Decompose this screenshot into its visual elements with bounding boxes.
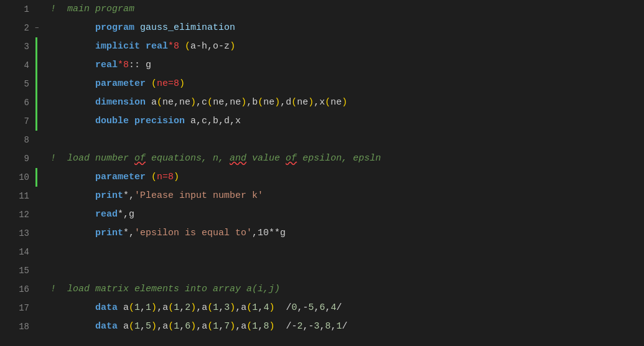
ind-5 [34, 75, 45, 93]
ind-18 [34, 317, 45, 336]
ind-3 [34, 37, 45, 56]
code-line-11: print*,'Please input number k' [50, 187, 644, 205]
code-line-8 [50, 131, 644, 149]
ln-4: 4 [0, 56, 29, 75]
ln-5: 5 [0, 75, 29, 93]
ind-16 [34, 280, 45, 299]
ln-7: 7 [0, 112, 29, 131]
ln-12: 12 [0, 205, 29, 224]
ln-9: 9 [0, 149, 29, 168]
code-line-13: print*,'epsilon is equal to',10**g [50, 224, 644, 243]
ind-14 [34, 243, 45, 261]
code-line-1: ! main program [50, 0, 644, 19]
code-line-6: dimension a(ne,ne),c(ne,ne),b(ne),d(ne),… [50, 93, 644, 112]
code-line-9: ! load number of equations, n, and value… [50, 149, 644, 168]
code-line-3: implicit real*8 (a-h,o-z) [50, 37, 644, 56]
code-line-12: read*,g [50, 205, 644, 224]
ind-10 [34, 168, 45, 187]
code-content: ! main program program gauss_elimination… [45, 0, 644, 346]
code-line-2: program gauss_elimination [50, 19, 644, 37]
ln-13: 13 [0, 224, 29, 243]
ind-15 [34, 261, 45, 280]
ln-15: 15 [0, 261, 29, 280]
ind-7 [34, 112, 45, 131]
comment-9: ! load number [50, 149, 134, 168]
code-line-10: parameter (n=8) [50, 168, 644, 187]
collapse-icon-2[interactable]: − [35, 19, 39, 37]
ind-8 [34, 131, 45, 149]
ind-4 [34, 56, 45, 75]
ind-9 [34, 149, 45, 168]
ind-13 [34, 224, 45, 243]
code-line-5: parameter (ne=8) [50, 75, 644, 93]
comment-16: ! load matrix elements into array a(i,j) [50, 280, 280, 299]
ind-17 [34, 299, 45, 317]
ln-2: 2 [0, 19, 29, 37]
code-line-4: real*8:: g [50, 56, 644, 75]
code-line-14 [50, 243, 644, 261]
ln-18: 18 [0, 317, 29, 336]
ln-14: 14 [0, 243, 29, 261]
ind-11 [34, 187, 45, 205]
ind-6 [34, 93, 45, 112]
comment-1: ! main program [50, 0, 134, 19]
code-line-18: data a(1,5),a(1,6),a(1,7),a(1,8) /-2,-3,… [50, 317, 644, 336]
ln-11: 11 [0, 187, 29, 205]
ind-12 [34, 205, 45, 224]
code-line-17: data a(1,1),a(1,2),a(1,3),a(1,4) /0,-5,6… [50, 299, 644, 317]
code-line-15 [50, 261, 644, 280]
ln-16: 16 [0, 280, 29, 299]
ln-6: 6 [0, 93, 29, 112]
ln-3: 3 [0, 37, 29, 56]
ind-2[interactable]: − [34, 19, 45, 37]
ln-10: 10 [0, 168, 29, 187]
code-line-16: ! load matrix elements into array a(i,j) [50, 280, 644, 299]
line-numbers: 1 2 3 4 5 6 7 8 9 10 11 12 13 14 15 16 1… [0, 0, 34, 346]
ln-1: 1 [0, 0, 29, 19]
ln-17: 17 [0, 299, 29, 317]
code-indicators: − [34, 0, 45, 346]
ln-8: 8 [0, 131, 29, 149]
code-editor: 1 2 3 4 5 6 7 8 9 10 11 12 13 14 15 16 1… [0, 0, 644, 346]
code-line-7: double precision a,c,b,d,x [50, 112, 644, 131]
ind-1 [34, 0, 45, 19]
